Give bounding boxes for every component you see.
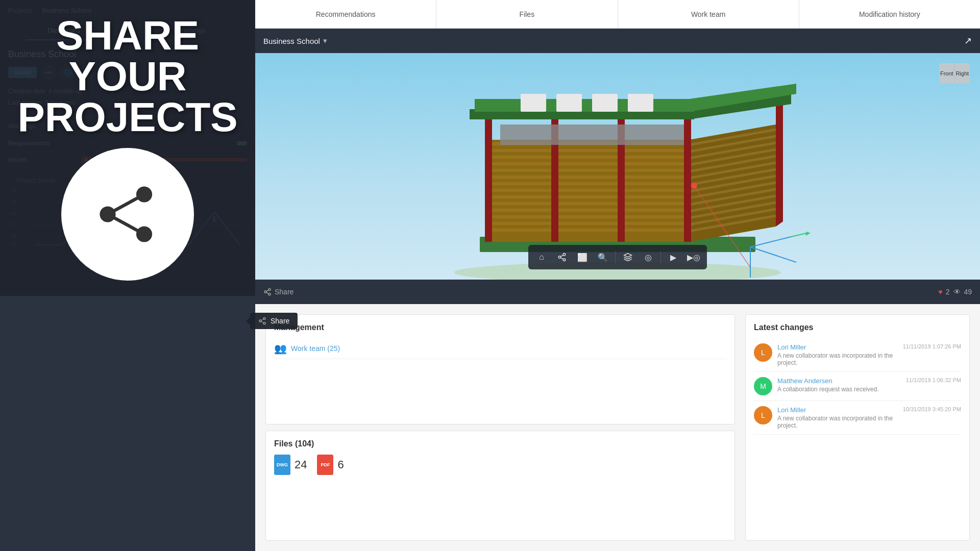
toolbar-home-button[interactable]: ⌂ [532,248,551,266]
promo-overlay: SHARE YOUR PROJECTS [0,0,255,296]
svg-rect-37 [485,169,689,172]
svg-rect-73 [556,94,582,112]
change-time-0: 11/11/2019 1:07:26 PM [903,343,961,349]
svg-line-77 [750,237,791,247]
change-desc-1: A collaboration request was received. [777,386,901,393]
promo-text: SHARE YOUR PROJECTS [17,15,237,138]
svg-marker-81 [805,232,811,236]
svg-rect-44 [485,215,689,218]
share-icon [94,181,161,247]
svg-line-28 [261,319,263,320]
view-cube-right[interactable]: Right [955,63,970,84]
toolbar-play-circle-button[interactable]: ▶◎ [684,248,703,266]
share-label: Share [275,288,293,296]
avatar-1: M [754,377,772,395]
change-info-2: Lori Miller A new collaborator was incor… [777,406,898,429]
latest-changes-title: Latest changes [754,323,961,332]
svg-rect-36 [485,162,689,165]
files-panel: Files (104) DWG 24 PDF 6 [265,431,735,541]
toolbar-frame-button[interactable]: ⬜ [573,248,592,266]
files-title: Files (104) [274,439,726,448]
eye-icon: 👁 [953,288,961,296]
right-nav: Recommendations Files Work team Modifica… [255,0,980,29]
team-icon: 👥 [274,342,287,355]
svg-rect-41 [485,195,689,198]
svg-line-23 [108,194,144,214]
dwg-file-item: DWG 24 [274,455,307,475]
change-name-1[interactable]: Matthew Andersen [777,377,901,385]
toolbar-zoom-button[interactable]: 🔍 [594,248,612,266]
svg-line-24 [108,214,144,234]
svg-point-89 [268,288,271,290]
svg-point-83 [563,254,566,256]
toolbar-layers-button[interactable] [619,248,637,266]
svg-rect-38 [485,176,689,179]
change-name-0[interactable]: Lori Miller [777,343,898,351]
change-time-1: 11/1/2019 1:06:32 PM [906,377,961,383]
viewer-project-title: Business School [263,37,320,45]
pdf-count: 6 [337,458,344,471]
share-tooltip[interactable]: Share [250,313,298,329]
svg-point-25 [263,317,265,319]
work-team-label: Work team (25) [291,344,340,353]
content-area: Management 👥 Work team (25) Files (104) … [255,304,980,551]
svg-rect-40 [485,189,689,192]
change-item-0: L Lori Miller A new collaborator was inc… [754,338,961,372]
svg-point-26 [259,320,261,322]
changes-panel: Latest changes L Lori Miller A new colla… [745,314,970,541]
left-content-column: Management 👥 Work team (25) Files (104) … [265,314,735,541]
dwg-icon: DWG [274,455,290,475]
svg-rect-42 [485,202,689,205]
avatar-2: L [754,406,772,424]
share-button[interactable]: Share [263,288,293,296]
svg-rect-74 [592,94,618,112]
svg-point-84 [558,256,561,259]
heart-icon: ♥ [938,288,942,296]
svg-rect-35 [485,156,689,159]
likes-stat: ♥ 2 [938,288,949,296]
svg-rect-46 [485,229,689,232]
tab-modification-history[interactable]: Modification history [799,0,980,28]
svg-rect-69 [475,99,694,112]
view-cube-front[interactable]: Front [939,63,955,84]
files-row: DWG 24 PDF 6 [274,455,726,475]
viewer-header: Business School ▾ ↗ [255,29,980,53]
svg-point-90 [264,291,266,293]
dwg-count: 24 [295,458,307,471]
svg-line-93 [266,290,269,291]
share-bottom-icon [263,288,272,296]
viewer-toolbar: ⌂ ⬜ 🔍 ◎ ▶ ▶◎ [528,245,707,269]
viewer-external-link-icon[interactable]: ↗ [964,35,972,46]
viewer-title-area: Business School ▾ [263,36,327,45]
toolbar-play-button[interactable]: ▶ [664,248,682,266]
change-info-1: Matthew Andersen A collaboration request… [777,377,901,393]
share-tooltip-icon [258,317,266,325]
viewer-3d: Front Right ⌂ ⬜ 🔍 [255,53,980,280]
svg-rect-34 [485,149,689,152]
pdf-icon: PDF [317,455,333,475]
svg-line-87 [560,255,563,257]
dropdown-icon[interactable]: ▾ [323,36,327,45]
svg-rect-45 [485,222,689,225]
tab-files[interactable]: Files [436,0,618,28]
svg-line-80 [791,233,806,237]
svg-rect-71 [500,124,684,145]
change-desc-0: A new collaborator was incorporated in t… [777,352,898,366]
management-title: Management [274,323,726,332]
tab-work-team[interactable]: Work team [618,0,799,28]
svg-rect-62 [485,119,492,242]
change-item-2: L Lori Miller A new collaborator was inc… [754,401,961,435]
tab-recommendations[interactable]: Recommendations [255,0,436,28]
views-count: 49 [964,288,972,296]
right-panel: Recommendations Files Work team Modifica… [255,0,980,551]
toolbar-divider-1 [615,251,616,263]
toolbar-share-button[interactable] [553,248,571,266]
svg-rect-65 [684,119,691,242]
toolbar-compass-button[interactable]: ◎ [639,248,657,266]
change-name-2[interactable]: Lori Miller [777,406,898,414]
svg-marker-88 [624,254,632,258]
share-circle [61,148,194,281]
work-team-link[interactable]: 👥 Work team (25) [274,338,726,359]
svg-line-92 [266,292,269,294]
svg-line-78 [750,247,796,262]
